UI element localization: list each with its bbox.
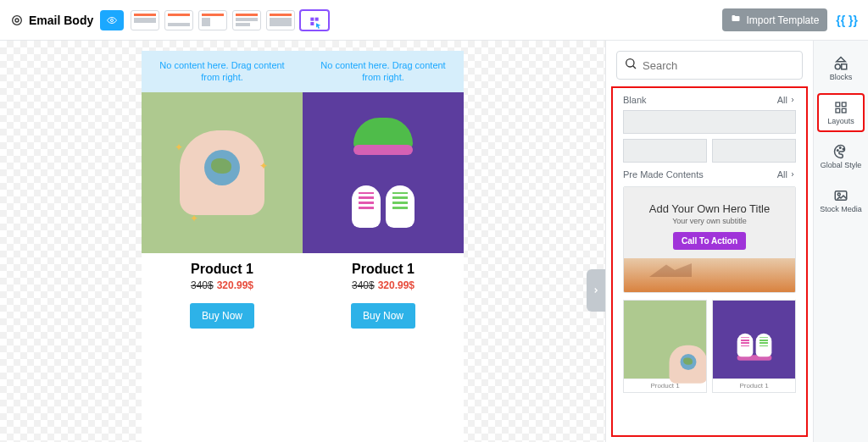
layout-thumbnails [131,10,329,30]
blank-layout-full[interactable] [623,110,796,134]
main-area: No content here. Drag content from right… [0,41,868,442]
search-input[interactable] [643,59,795,72]
svg-rect-4 [315,17,319,20]
premade-all-link[interactable]: All [777,169,796,180]
canvas[interactable]: No content here. Drag content from right… [0,41,605,442]
blank-all-link[interactable]: All [777,95,796,105]
tab-layouts[interactable]: Layouts [817,93,865,132]
product-old-price: 340$ [352,279,375,291]
layout-thumb-3[interactable] [198,10,227,30]
premade-section-header: Pre Made Contents All [623,169,796,180]
svg-point-19 [837,193,840,196]
svg-point-15 [837,150,839,152]
svg-point-2 [111,19,114,21]
folder-icon [731,14,741,26]
mini-product-img-2 [713,301,795,378]
product-column-1[interactable]: No content here. Drag content from right… [142,51,303,442]
blank-layout-left[interactable] [623,139,707,163]
tab-layouts-label: Layouts [827,117,854,125]
svg-rect-3 [311,17,314,20]
top-bar-left: Email Body [10,10,329,30]
top-bar-right: Import Template {{ }} [722,8,858,31]
blank-section-header: Blank All [623,95,796,105]
svg-rect-5 [311,22,314,25]
product-column-2[interactable]: No content here. Drag content from right… [303,51,464,442]
tab-stock-media-label: Stock Media [820,205,862,213]
top-bar: Email Body Import Template {{ }} [0,0,868,41]
hero-image [624,258,795,292]
layout-thumb-2[interactable] [164,10,193,30]
page-title: Email Body [29,14,93,27]
layouts-panel-highlight: Blank All Pre Made Contents All Add Your… [611,86,808,437]
product-new-price: 320.99$ [217,279,253,291]
right-tabs: Blocks Layouts Global Style Stock Media [813,41,868,442]
svg-point-16 [840,147,842,149]
svg-point-9 [835,64,840,69]
mini-product-2[interactable]: Product 1 [712,300,796,393]
layout-thumb-active[interactable] [300,10,329,30]
page-title-wrap: Email Body [10,14,93,27]
side-panel: Blank All Pre Made Contents All Add Your… [605,41,813,442]
target-icon [10,14,24,27]
product-new-price: 320.99$ [378,279,415,291]
product-image-2[interactable] [303,92,464,253]
drag-placeholder[interactable]: No content here. Drag content from right… [303,51,464,92]
preview-button[interactable] [100,10,124,30]
email-block[interactable]: No content here. Drag content from right… [142,51,464,442]
premade-hero-layout[interactable]: Add Your Own Hero Title Your very own su… [623,186,796,293]
tab-global-style-label: Global Style [821,161,862,169]
variables-button[interactable]: {{ }} [836,14,858,27]
mini-product-1[interactable]: Product 1 [623,300,707,393]
buy-button[interactable]: Buy Now [351,303,415,329]
tab-blocks-label: Blocks [830,73,853,81]
mini-product-img-1 [624,301,706,378]
palette-icon [833,144,849,159]
hero-top: Add Your Own Hero Title Your very own su… [624,187,795,258]
svg-marker-8 [837,58,846,62]
selection-arrow-icon [309,15,324,32]
svg-rect-10 [842,64,847,69]
import-template-label: Import Template [746,14,819,26]
layout-thumb-1[interactable] [131,10,159,30]
tab-global-style[interactable]: Global Style [817,137,865,176]
blank-label: Blank [623,95,647,105]
search-input-wrap[interactable] [616,51,803,80]
layout-thumb-5[interactable] [266,10,295,30]
tab-blocks[interactable]: Blocks [817,49,865,88]
product-title: Product 1 [142,262,303,277]
drag-placeholder[interactable]: No content here. Drag content from right… [142,51,303,92]
product-title: Product 1 [303,262,464,277]
product-old-price: 340$ [191,279,214,291]
buy-button[interactable]: Buy Now [190,303,254,329]
svg-point-6 [626,59,634,67]
blank-layout-right[interactable] [712,139,796,163]
svg-rect-11 [836,102,840,107]
grid-icon [833,100,849,115]
product-price: 340$320.99$ [303,279,464,291]
panel-collapse-toggle[interactable] [587,269,605,312]
hero-subtitle: Your very own subtitle [632,217,787,225]
svg-rect-14 [842,108,846,113]
svg-point-17 [843,148,844,150]
svg-rect-12 [842,102,846,107]
svg-point-1 [15,19,19,22]
svg-point-0 [13,15,22,25]
layout-thumb-4[interactable] [232,10,261,30]
product-image-1[interactable]: ✦ ✦ ✦ [142,92,303,253]
blank-layout-two-col [623,139,796,163]
shapes-icon [833,56,849,71]
product-body-2: Product 1 340$320.99$ Buy Now [303,253,464,344]
search-icon [624,57,637,74]
mini-product-label: Product 1 [713,378,795,392]
svg-rect-13 [836,108,840,113]
product-body-1: Product 1 340$320.99$ Buy Now [142,253,303,344]
hero-cta-button: Call To Action [673,232,746,250]
image-icon [833,188,849,203]
tab-stock-media[interactable]: Stock Media [817,181,865,220]
import-template-button[interactable]: Import Template [722,8,827,31]
premade-two-products[interactable]: Product 1 Product 1 [623,300,796,393]
product-price: 340$320.99$ [142,279,303,291]
hero-title: Add Your Own Hero Title [632,202,787,215]
svg-line-7 [633,66,636,69]
premade-label: Pre Made Contents [623,169,704,180]
